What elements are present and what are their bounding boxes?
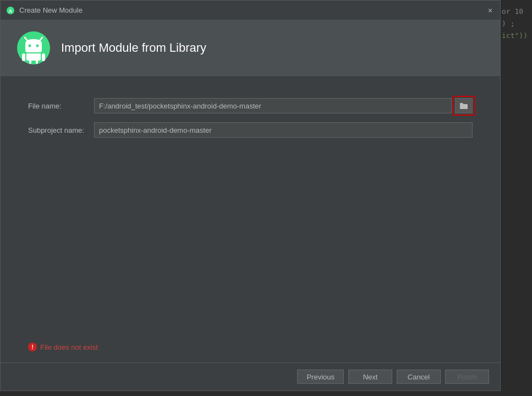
file-name-label: File name: xyxy=(28,102,94,110)
error-icon: ! xyxy=(28,343,37,351)
dialog-footer: Previous Next Cancel Finish xyxy=(1,362,500,390)
svg-point-5 xyxy=(29,45,31,47)
code-line: ) ; xyxy=(502,18,529,30)
folder-icon xyxy=(459,102,468,110)
error-text: File does not exist xyxy=(40,343,98,351)
close-button[interactable]: × xyxy=(486,6,495,15)
svg-point-6 xyxy=(36,45,39,47)
header-title: Import Module from Library xyxy=(61,41,206,55)
browse-button[interactable] xyxy=(455,98,473,113)
subproject-name-input[interactable] xyxy=(94,122,473,138)
cancel-button[interactable]: Cancel xyxy=(397,370,441,384)
dialog-header: Import Module from Library xyxy=(1,20,500,76)
finish-button[interactable]: Finish xyxy=(445,370,489,384)
code-line: or 10 xyxy=(502,6,529,18)
title-bar-left: A Create New Module xyxy=(6,6,83,15)
svg-rect-8 xyxy=(42,53,45,61)
previous-button[interactable]: Previous xyxy=(297,370,344,384)
dialog-body: File name: Subproject name: ! File does xyxy=(1,76,500,362)
next-button[interactable]: Next xyxy=(348,370,392,384)
android-logo-icon xyxy=(17,31,50,64)
file-name-input[interactable] xyxy=(94,98,452,113)
error-section: ! File does not exist xyxy=(28,343,98,351)
svg-rect-7 xyxy=(22,53,25,61)
subproject-name-row: Subproject name: xyxy=(28,122,473,138)
dialog-title: Create New Module xyxy=(19,6,83,14)
code-line: ict")) xyxy=(502,30,529,42)
svg-text:A: A xyxy=(9,8,13,14)
create-new-module-dialog: A Create New Module × xyxy=(0,0,501,391)
subproject-name-input-wrapper xyxy=(94,122,473,138)
android-studio-small-icon: A xyxy=(6,6,15,15)
file-name-row: File name: xyxy=(28,98,473,113)
subproject-name-label: Subproject name: xyxy=(28,126,94,134)
dialog-title-bar: A Create New Module × xyxy=(1,1,500,20)
file-name-input-wrapper xyxy=(94,98,473,113)
background-code: or 10 ) ; ict")) xyxy=(499,0,532,396)
